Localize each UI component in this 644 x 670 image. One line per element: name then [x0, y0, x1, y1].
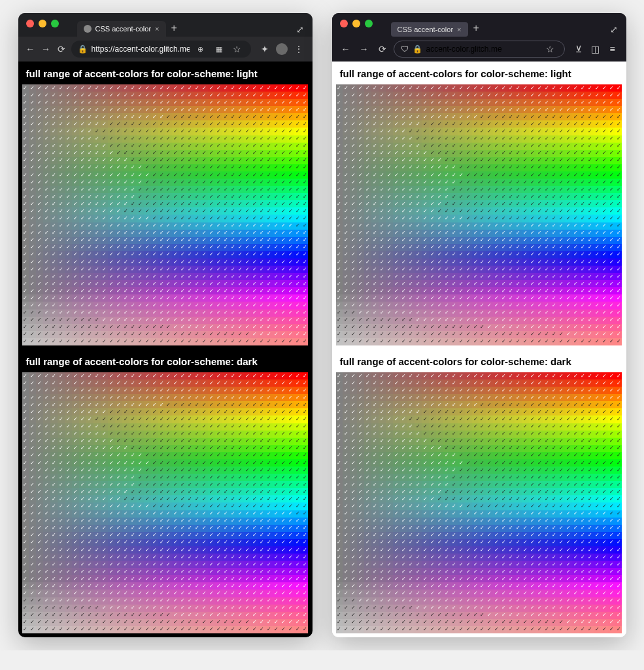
accent-checkbox[interactable]: ✓	[29, 582, 36, 590]
accent-checkbox[interactable]: ✓	[443, 474, 450, 481]
accent-checkbox[interactable]: ✓	[436, 626, 443, 633]
accent-checkbox[interactable]: ✓	[529, 309, 536, 317]
accent-checkbox[interactable]: ✓	[594, 401, 601, 408]
accent-checkbox[interactable]: ✓	[522, 186, 529, 193]
accent-checkbox[interactable]: ✓	[265, 612, 273, 619]
accent-checkbox[interactable]: ✓	[586, 452, 594, 459]
accent-checkbox[interactable]: ✓	[265, 597, 273, 605]
accent-checkbox[interactable]: ✓	[72, 143, 79, 150]
accent-checkbox[interactable]: ✓	[93, 128, 101, 135]
accent-checkbox[interactable]: ✓	[407, 539, 415, 546]
accent-checkbox[interactable]: ✓	[86, 575, 93, 582]
accent-checkbox[interactable]: ✓	[129, 518, 137, 525]
accent-checkbox[interactable]: ✓	[364, 186, 371, 193]
accent-checkbox[interactable]: ✓	[165, 280, 172, 287]
accent-checkbox[interactable]: ✓	[229, 331, 237, 338]
accent-checkbox[interactable]: ✓	[551, 251, 558, 258]
accent-checkbox[interactable]: ✓	[436, 302, 443, 309]
accent-checkbox[interactable]: ✓	[115, 445, 122, 452]
accent-checkbox[interactable]: ✓	[458, 394, 465, 401]
accent-checkbox[interactable]: ✓	[93, 415, 101, 423]
accent-checkbox[interactable]: ✓	[450, 280, 458, 287]
accent-checkbox[interactable]: ✓	[371, 331, 379, 338]
accent-checkbox[interactable]: ✓	[43, 387, 50, 394]
accent-checkbox[interactable]: ✓	[515, 452, 522, 459]
accent-checkbox[interactable]: ✓	[179, 474, 186, 481]
accent-checkbox[interactable]: ✓	[551, 273, 558, 280]
accent-checkbox[interactable]: ✓	[137, 244, 144, 251]
accent-checkbox[interactable]: ✓	[515, 222, 522, 230]
accent-checkbox[interactable]: ✓	[101, 438, 108, 445]
accent-checkbox[interactable]: ✓	[58, 331, 65, 338]
accent-checkbox[interactable]: ✓	[65, 317, 72, 324]
accent-checkbox[interactable]: ✓	[258, 230, 265, 237]
accent-checkbox[interactable]: ✓	[479, 294, 486, 302]
accent-checkbox[interactable]: ✓	[400, 401, 407, 408]
accent-checkbox[interactable]: ✓	[172, 445, 179, 452]
accent-checkbox[interactable]: ✓	[115, 495, 122, 502]
accent-checkbox[interactable]: ✓	[101, 186, 108, 193]
accent-checkbox[interactable]: ✓	[357, 143, 364, 150]
accent-checkbox[interactable]: ✓	[273, 605, 280, 612]
accent-checkbox[interactable]: ✓	[287, 612, 294, 619]
accent-checkbox[interactable]: ✓	[215, 113, 222, 120]
accent-checkbox[interactable]: ✓	[43, 207, 50, 215]
accent-checkbox[interactable]: ✓	[129, 266, 137, 273]
accent-checkbox[interactable]: ✓	[379, 452, 386, 459]
accent-checkbox[interactable]: ✓	[22, 438, 29, 445]
accent-checkbox[interactable]: ✓	[58, 597, 65, 605]
accent-checkbox[interactable]: ✓	[172, 605, 179, 612]
accent-checkbox[interactable]: ✓	[179, 394, 186, 401]
accent-checkbox[interactable]: ✓	[287, 431, 294, 438]
accent-checkbox[interactable]: ✓	[208, 415, 215, 423]
accent-checkbox[interactable]: ✓	[144, 150, 151, 157]
accent-checkbox[interactable]: ✓	[165, 539, 172, 546]
accent-checkbox[interactable]: ✓	[558, 619, 565, 626]
accent-checkbox[interactable]: ✓	[615, 575, 622, 582]
accent-checkbox[interactable]: ✓	[379, 590, 386, 597]
accent-checkbox[interactable]: ✓	[429, 605, 436, 612]
accent-checkbox[interactable]: ✓	[79, 510, 86, 518]
accent-checkbox[interactable]: ✓	[400, 372, 407, 379]
accent-checkbox[interactable]: ✓	[50, 222, 58, 230]
accent-checkbox[interactable]: ✓	[336, 317, 343, 324]
accent-checkbox[interactable]: ✓	[515, 561, 522, 568]
accent-checkbox[interactable]: ✓	[194, 338, 201, 345]
accent-checkbox[interactable]: ✓	[465, 171, 472, 179]
accent-checkbox[interactable]: ✓	[450, 331, 458, 338]
accent-checkbox[interactable]: ✓	[371, 452, 379, 459]
accent-checkbox[interactable]: ✓	[357, 287, 364, 294]
accent-checkbox[interactable]: ✓	[336, 84, 343, 92]
accent-checkbox[interactable]: ✓	[493, 379, 500, 387]
accent-checkbox[interactable]: ✓	[294, 525, 301, 532]
accent-checkbox[interactable]: ✓	[36, 423, 43, 431]
accent-checkbox[interactable]: ✓	[194, 452, 201, 459]
accent-checkbox[interactable]: ✓	[201, 92, 208, 99]
accent-checkbox[interactable]: ✓	[601, 459, 608, 467]
accent-checkbox[interactable]: ✓	[479, 273, 486, 280]
accent-checkbox[interactable]: ✓	[43, 554, 50, 561]
accent-checkbox[interactable]: ✓	[79, 287, 86, 294]
accent-checkbox[interactable]: ✓	[343, 372, 350, 379]
accent-checkbox[interactable]: ✓	[22, 452, 29, 459]
accent-checkbox[interactable]: ✓	[72, 372, 79, 379]
accent-checkbox[interactable]: ✓	[144, 415, 151, 423]
accent-checkbox[interactable]: ✓	[265, 230, 273, 237]
accent-checkbox[interactable]: ✓	[215, 605, 222, 612]
accent-checkbox[interactable]: ✓	[579, 317, 586, 324]
accent-checkbox[interactable]: ✓	[65, 626, 72, 633]
accent-checkbox[interactable]: ✓	[507, 488, 515, 495]
accent-checkbox[interactable]: ✓	[415, 619, 422, 626]
accent-checkbox[interactable]: ✓	[29, 597, 36, 605]
accent-checkbox[interactable]: ✓	[400, 200, 407, 207]
accent-checkbox[interactable]: ✓	[350, 280, 357, 287]
accent-checkbox[interactable]: ✓	[343, 179, 350, 186]
accent-checkbox[interactable]: ✓	[465, 164, 472, 171]
accent-checkbox[interactable]: ✓	[393, 379, 400, 387]
accent-checkbox[interactable]: ✓	[479, 525, 486, 532]
accent-checkbox[interactable]: ✓	[36, 150, 43, 157]
accent-checkbox[interactable]: ✓	[43, 215, 50, 222]
accent-checkbox[interactable]: ✓	[371, 193, 379, 200]
accent-checkbox[interactable]: ✓	[258, 575, 265, 582]
accent-checkbox[interactable]: ✓	[137, 554, 144, 561]
